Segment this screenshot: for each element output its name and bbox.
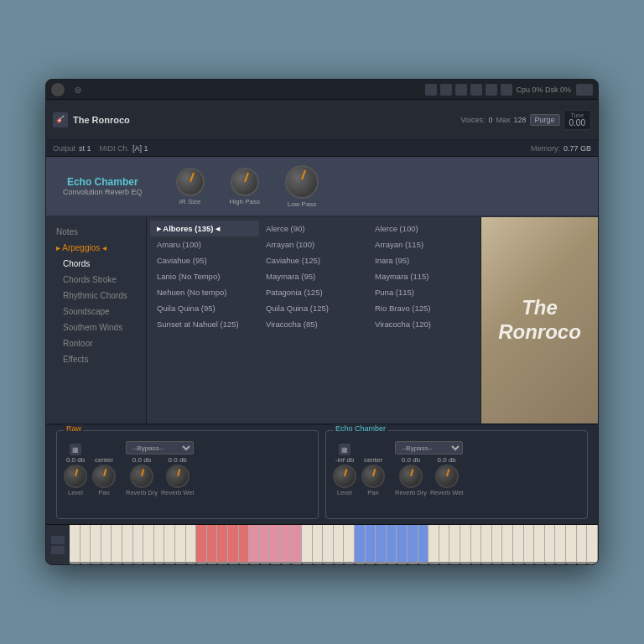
wk-32[interactable] <box>397 525 408 564</box>
wk-48[interactable] <box>566 525 577 564</box>
raw-bypass-select[interactable]: --Bypass-- <box>126 441 194 454</box>
preset-rio-bravo[interactable]: Rio Bravo (125) <box>368 300 477 316</box>
wk-29[interactable] <box>366 525 377 564</box>
preset-nehuen[interactable]: Nehuen (No tempo) <box>150 284 259 300</box>
preset-alerce-100[interactable]: Alerce (100) <box>368 221 477 236</box>
tb-btn-5[interactable] <box>486 84 497 96</box>
wk-16[interactable] <box>228 525 239 564</box>
wk-13[interactable] <box>196 525 207 564</box>
wk-23[interactable] <box>302 525 313 564</box>
wk-1[interactable] <box>70 525 80 564</box>
sidebar-item-southern-winds[interactable]: Southern Winds <box>46 319 146 335</box>
wk-45[interactable] <box>534 525 545 564</box>
sidebar-item-rontoor[interactable]: Rontoor <box>46 335 146 351</box>
wk-39[interactable] <box>471 525 482 564</box>
wk-5[interactable] <box>112 525 122 564</box>
echo-wet-knob[interactable] <box>435 465 459 488</box>
preset-lanio[interactable]: Lanio (No Tempo) <box>150 268 259 284</box>
ir-size-knob[interactable] <box>176 168 205 196</box>
wk-44[interactable] <box>524 525 535 564</box>
preset-maymara-115[interactable]: Maymara (115) <box>368 268 477 284</box>
echo-level-knob[interactable] <box>333 465 356 488</box>
wk-41[interactable] <box>492 525 503 564</box>
sidebar-item-soundscape[interactable]: Soundscape <box>46 304 146 319</box>
sidebar-item-rhythmic-chords[interactable]: Rhythmic Chords <box>46 288 146 304</box>
high-pass-knob[interactable] <box>231 168 259 196</box>
purge-button[interactable]: Purge <box>530 114 560 126</box>
wk-25[interactable] <box>323 525 334 564</box>
wk-22[interactable] <box>291 525 302 564</box>
kbd-btn-down[interactable] <box>51 546 65 554</box>
preset-viracocha-120[interactable]: Viracocha (120) <box>368 316 477 332</box>
tb-btn-6[interactable] <box>501 84 512 96</box>
raw-level-knob[interactable] <box>64 465 87 488</box>
echo-dry-knob[interactable] <box>399 465 423 488</box>
preset-quila-95[interactable]: Quila Quina (95) <box>150 300 259 316</box>
wk-17[interactable] <box>239 525 250 564</box>
tb-btn-2[interactable] <box>440 84 452 96</box>
wk-46[interactable] <box>545 525 556 564</box>
wk-26[interactable] <box>334 525 345 564</box>
wk-3[interactable] <box>91 525 101 564</box>
wk-6[interactable] <box>122 525 133 564</box>
tb-btn-1[interactable] <box>425 84 437 96</box>
preset-inara[interactable]: Inara (95) <box>368 252 477 268</box>
wk-34[interactable] <box>418 525 429 564</box>
wk-14[interactable] <box>207 525 218 564</box>
tb-btn-4[interactable] <box>470 84 482 96</box>
echo-bypass-select[interactable]: --Bypass-- <box>395 441 463 454</box>
wk-28[interactable] <box>355 525 366 564</box>
wk-20[interactable] <box>270 525 281 564</box>
raw-dry-knob[interactable] <box>130 465 153 488</box>
wk-15[interactable] <box>217 525 228 564</box>
wk-40[interactable] <box>481 525 492 564</box>
preset-albores[interactable]: ▸ Albores (135) ◂ <box>150 221 259 236</box>
preset-maymara-95[interactable]: Maymara (95) <box>259 268 368 284</box>
low-pass-knob[interactable] <box>285 165 319 199</box>
sidebar-item-effects[interactable]: Effects <box>46 351 146 367</box>
wk-8[interactable] <box>143 525 154 564</box>
preset-caviahue-95[interactable]: Caviahue (95) <box>150 252 259 268</box>
preset-patagonia[interactable]: Patagonia (125) <box>259 284 368 300</box>
preset-amaru[interactable]: Amaru (100) <box>150 236 259 252</box>
preset-quila-125[interactable]: Quila Quina (125) <box>259 300 368 316</box>
wk-2[interactable] <box>80 525 91 564</box>
raw-wet-knob[interactable] <box>166 465 190 488</box>
preset-viracocha-85[interactable]: Viracocha (85) <box>259 316 368 332</box>
sidebar-item-chords[interactable]: Chords <box>46 256 146 272</box>
sidebar-item-notes[interactable]: Notes <box>46 224 146 240</box>
echo-pan-knob[interactable] <box>361 465 385 488</box>
wk-43[interactable] <box>513 525 524 564</box>
wk-37[interactable] <box>449 525 460 564</box>
sidebar-item-arpeggios[interactable]: ▸ Arpeggios ◂ <box>46 240 146 256</box>
preset-alerce-90[interactable]: Alerce (90) <box>259 221 368 236</box>
preset-caviahue-125[interactable]: Caviahue (125) <box>259 252 368 268</box>
wk-19[interactable] <box>260 525 271 564</box>
wk-38[interactable] <box>460 525 471 564</box>
preset-arrayan-115[interactable]: Arrayan (115) <box>368 236 477 252</box>
wk-21[interactable] <box>281 525 292 564</box>
wk-33[interactable] <box>408 525 418 564</box>
wk-35[interactable] <box>428 525 439 564</box>
tb-btn-3[interactable] <box>455 84 467 96</box>
wk-36[interactable] <box>439 525 450 564</box>
wk-30[interactable] <box>376 525 387 564</box>
sidebar-item-chords-stroke[interactable]: Chords Stroke <box>46 272 146 288</box>
wk-47[interactable] <box>555 525 566 564</box>
wk-12[interactable] <box>186 525 197 564</box>
preset-arrayan-100[interactable]: Arrayan (100) <box>259 236 368 252</box>
wk-50[interactable] <box>587 525 598 564</box>
wk-42[interactable] <box>502 525 513 564</box>
wk-4[interactable] <box>101 525 112 564</box>
wk-24[interactable] <box>313 525 324 564</box>
preset-puna[interactable]: Puna (115) <box>368 284 477 300</box>
wk-9[interactable] <box>154 525 165 564</box>
wk-49[interactable] <box>577 525 588 564</box>
wk-7[interactable] <box>133 525 144 564</box>
raw-pan-knob[interactable] <box>92 465 116 488</box>
wk-11[interactable] <box>175 525 186 564</box>
wk-18[interactable] <box>249 525 260 564</box>
preset-sunset[interactable]: Sunset at Nahuel (125) <box>150 316 259 332</box>
wk-27[interactable] <box>344 525 355 564</box>
wk-10[interactable] <box>164 525 175 564</box>
